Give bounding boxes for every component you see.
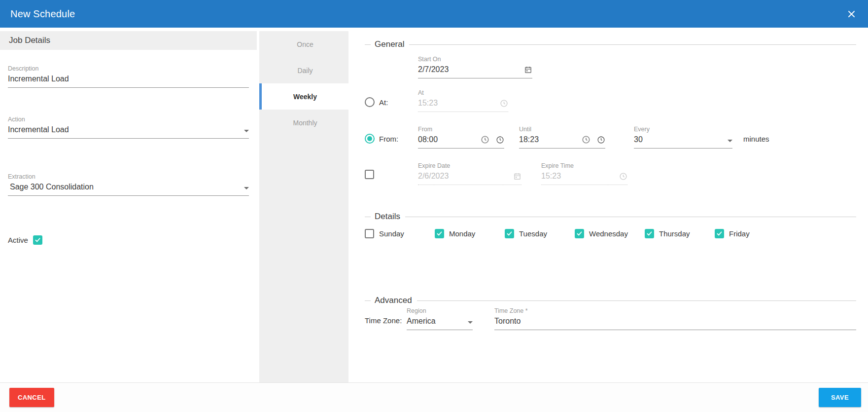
tab-daily[interactable]: Daily [259,57,348,83]
dialog-body: Job Details Description Incremental Load… [0,28,868,382]
day-label: Monday [449,229,475,238]
new-schedule-dialog: New Schedule Job Details Description Inc… [0,0,868,412]
until-time-field[interactable]: Until 18:23 [519,126,605,149]
check-icon [505,229,514,238]
general-section-legend: General [365,39,856,49]
every-label: Every [634,126,732,133]
schedule-settings: General Start On 2/7/2023 At [348,28,868,382]
check-icon [645,229,654,238]
clock-icon [500,99,508,108]
check-icon [575,229,584,238]
check-icon [435,229,444,238]
expire-time-field[interactable]: Expire Time 15:23 [541,162,627,185]
action-value: Incremental Load [8,125,244,134]
day-checkbox-friday[interactable]: Friday [715,229,785,238]
day-label: Thursday [659,229,690,238]
at-field-label: At [418,89,508,96]
from-radio-label: From: [379,135,398,143]
minutes-unit-label: minutes [743,135,769,149]
day-label: Tuesday [519,229,547,238]
tab-once[interactable]: Once [259,31,348,57]
dialog-title: New Schedule [10,8,75,20]
check-icon [715,229,724,238]
every-select[interactable]: Every 30 [634,126,732,149]
clock-icon [619,172,627,181]
region-value: America [407,317,468,326]
frequency-tabs: OnceDailyWeeklyMonthly [259,31,348,382]
at-time-field[interactable]: At 15:23 [418,89,508,112]
dropdown-arrow-icon [244,130,249,132]
details-section-legend: Details [365,212,856,222]
check-icon [365,229,374,238]
day-label: Friday [729,229,750,238]
until-field-value: 18:23 [519,135,582,144]
close-icon[interactable] [847,9,856,19]
clock-icon[interactable] [496,136,504,144]
action-label: Action [8,116,249,123]
dropdown-arrow-icon [728,140,732,142]
extraction-select[interactable]: Extraction Sage 300 Consolidation [8,173,249,196]
every-value: 30 [634,135,728,144]
from-field-value: 08:00 [418,135,481,144]
active-checkbox[interactable] [33,235,42,245]
from-time-field[interactable]: From 08:00 [418,126,504,149]
expire-date-field[interactable]: Expire Date 2/6/2023 [418,162,521,185]
time-zone-value: Toronto [494,317,856,326]
time-zone-row-label: Time Zone: [365,316,407,330]
at-field-value: 15:23 [418,99,500,108]
expire-time-label: Expire Time [541,162,627,169]
advanced-section-legend: Advanced [365,296,856,305]
extraction-value: Sage 300 Consolidation [8,183,244,191]
region-select[interactable]: Region America [407,307,473,330]
expire-date-label: Expire Date [418,162,521,169]
extraction-label: Extraction [8,173,249,180]
from-field-label: From [418,126,504,133]
start-on-label: Start On [418,56,532,63]
description-field[interactable]: Description Incremental Load [8,65,249,88]
cancel-button[interactable]: CANCEL [9,388,54,407]
until-field-label: Until [519,126,605,133]
expire-time-value: 15:23 [541,172,619,181]
day-checkbox-wednesday[interactable]: Wednesday [575,229,645,238]
region-label: Region [407,307,473,314]
active-label: Active [8,236,28,244]
action-select[interactable]: Action Incremental Load [8,116,249,139]
at-radio-group: At: [365,97,418,112]
tab-weekly[interactable]: Weekly [259,83,348,110]
day-label: Wednesday [589,229,628,238]
expire-date-value: 2/6/2023 [418,172,513,181]
clock-icon[interactable] [597,136,605,144]
day-checkbox-tuesday[interactable]: Tuesday [505,229,575,238]
clock-icon[interactable] [481,135,489,144]
general-legend-label: General [375,39,404,49]
day-label: Sunday [379,229,404,238]
from-radio[interactable] [365,134,375,144]
time-zone-label: Time Zone * [494,307,856,314]
clock-icon[interactable] [582,135,590,144]
expire-checkbox[interactable] [365,170,374,179]
dropdown-arrow-icon [244,187,249,189]
dialog-header: New Schedule [0,0,868,28]
calendar-icon [513,172,521,181]
details-legend-label: Details [375,212,400,222]
tab-monthly[interactable]: Monthly [259,110,348,136]
time-zone-field[interactable]: Time Zone * Toronto [494,307,856,330]
active-row: Active [8,235,249,245]
day-checkbox-thursday[interactable]: Thursday [645,229,715,238]
dialog-footer: CANCEL SAVE [0,382,868,412]
description-value: Incremental Load [8,75,249,83]
save-button[interactable]: SAVE [819,388,861,407]
advanced-legend-label: Advanced [375,296,412,305]
start-on-field[interactable]: Start On 2/7/2023 [418,56,532,78]
day-checkbox-sunday[interactable]: Sunday [365,229,435,238]
job-details-heading: Job Details [0,31,257,50]
dropdown-arrow-icon [468,321,473,324]
description-label: Description [8,65,249,72]
at-radio-label: At: [379,98,388,107]
job-details-panel: Job Details Description Incremental Load… [0,28,257,382]
weekday-checkboxes: SundayMondayTuesdayWednesdayThursdayFrid… [365,229,856,238]
from-radio-group: From: [365,134,418,149]
day-checkbox-monday[interactable]: Monday [435,229,505,238]
calendar-icon[interactable] [524,66,532,74]
at-radio[interactable] [365,97,375,107]
